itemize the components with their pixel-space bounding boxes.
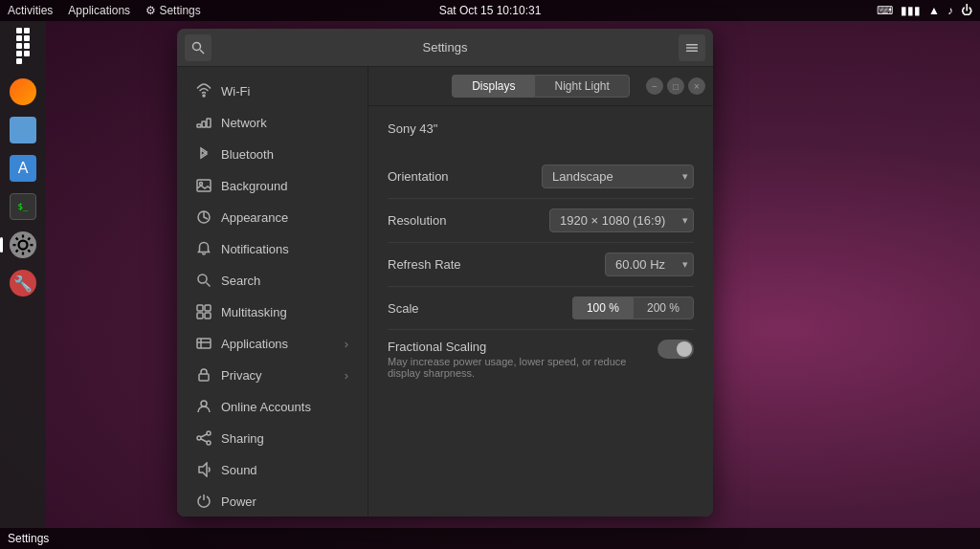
sidebar-label-online-accounts: Online Accounts bbox=[221, 400, 311, 414]
wifi-status-icon: ▲ bbox=[928, 4, 940, 17]
settings-search-button[interactable] bbox=[185, 34, 212, 61]
sidebar-item-bluetooth[interactable]: Bluetooth bbox=[181, 139, 364, 169]
sidebar-label-notifications: Notifications bbox=[221, 242, 289, 256]
battery-icon: ▮▮▮ bbox=[901, 4, 921, 17]
orientation-select-wrapper[interactable]: Landscape Portrait Landscape (Flipped) P… bbox=[542, 165, 694, 188]
displays-content: Sony 43" Orientation Landscape Portrait … bbox=[368, 106, 713, 516]
svg-rect-4 bbox=[686, 47, 698, 49]
applications-menu[interactable]: Applications bbox=[68, 4, 130, 17]
scale-label: Scale bbox=[388, 301, 522, 316]
settings-window-header: Settings bbox=[177, 29, 713, 67]
sidebar-label-sharing: Sharing bbox=[221, 431, 264, 446]
dock-terminal[interactable]: $_ bbox=[6, 189, 40, 224]
orientation-row: Orientation Landscape Portrait Landscape… bbox=[388, 155, 694, 199]
sidebar-label-sound: Sound bbox=[221, 463, 257, 477]
fractional-scaling-title: Fractional Scaling bbox=[388, 340, 642, 354]
sidebar-label-background: Background bbox=[221, 179, 287, 193]
sidebar-item-sharing[interactable]: Sharing bbox=[181, 423, 364, 453]
svg-point-0 bbox=[19, 241, 28, 250]
refresh-rate-select[interactable]: 60.00 Hz 30.00 Hz bbox=[605, 253, 694, 276]
svg-marker-27 bbox=[199, 463, 207, 476]
sidebar-item-applications[interactable]: Applications › bbox=[181, 328, 364, 359]
orientation-select[interactable]: Landscape Portrait Landscape (Flipped) P… bbox=[542, 165, 694, 188]
sidebar-item-sound[interactable]: Sound bbox=[181, 454, 364, 485]
fractional-scaling-toggle-container bbox=[642, 340, 694, 359]
resolution-label: Resolution bbox=[388, 213, 522, 228]
svg-rect-16 bbox=[205, 305, 211, 311]
tab-displays[interactable]: Displays bbox=[452, 75, 534, 98]
scale-row: Scale 100 % 200 % bbox=[388, 287, 694, 330]
svg-line-25 bbox=[201, 434, 207, 437]
svg-line-26 bbox=[201, 439, 207, 442]
application-dock: A $_ 🔧 bbox=[0, 21, 46, 528]
tab-night-light[interactable]: Night Light bbox=[534, 75, 629, 98]
dock-apps-grid-button[interactable] bbox=[6, 29, 40, 63]
sidebar-label-search: Search bbox=[221, 274, 260, 288]
svg-rect-3 bbox=[686, 44, 698, 46]
settings-sidebar: Wi-Fi Network Bluetooth bbox=[177, 67, 368, 516]
sidebar-item-appearance[interactable]: Appearance bbox=[181, 202, 364, 232]
bottom-bar: Settings bbox=[0, 528, 980, 549]
svg-rect-15 bbox=[197, 305, 203, 311]
dock-firefox[interactable] bbox=[6, 75, 40, 109]
scale-value: 100 % 200 % bbox=[522, 296, 694, 319]
dock-text-editor[interactable]: A bbox=[6, 151, 40, 186]
monitor-title: Sony 43" bbox=[388, 121, 694, 136]
svg-point-1 bbox=[193, 42, 201, 50]
sidebar-item-online-accounts[interactable]: Online Accounts bbox=[181, 391, 364, 422]
privacy-chevron: › bbox=[345, 368, 348, 383]
close-button[interactable]: × bbox=[688, 77, 705, 95]
window-controls: − □ × bbox=[646, 77, 705, 95]
svg-point-13 bbox=[198, 274, 207, 283]
scale-buttons: 100 % 200 % bbox=[572, 296, 694, 319]
settings-menu-topbar[interactable]: ⚙ Settings bbox=[145, 4, 201, 17]
applications-chevron: › bbox=[345, 337, 348, 351]
sidebar-item-wifi[interactable]: Wi-Fi bbox=[181, 76, 364, 106]
top-bar: Activities Applications ⚙ Settings Sat O… bbox=[0, 0, 980, 21]
keyboard-icon: ⌨ bbox=[877, 4, 893, 17]
sidebar-label-privacy: Privacy bbox=[221, 368, 262, 383]
datetime-display: Sat Oct 15 10:10:31 bbox=[439, 4, 542, 17]
scale-200-button[interactable]: 200 % bbox=[633, 296, 694, 319]
sidebar-label-applications: Applications bbox=[221, 337, 288, 351]
svg-rect-18 bbox=[205, 313, 211, 318]
sidebar-item-multitasking[interactable]: Multitasking bbox=[181, 296, 364, 327]
maximize-button[interactable]: □ bbox=[667, 77, 684, 95]
svg-line-14 bbox=[207, 283, 211, 287]
dock-files[interactable] bbox=[6, 113, 40, 147]
svg-rect-5 bbox=[686, 50, 698, 52]
dock-settings[interactable] bbox=[6, 228, 40, 262]
svg-point-23 bbox=[197, 436, 201, 440]
sidebar-item-power[interactable]: Power bbox=[181, 486, 364, 516]
displays-tabs-bar: Displays Night Light − □ × bbox=[368, 67, 713, 106]
resolution-select[interactable]: 1920 × 1080 (16:9) 1280 × 720 (16:9) bbox=[549, 209, 694, 232]
sidebar-item-background[interactable]: Background bbox=[181, 170, 364, 201]
sidebar-item-search[interactable]: Search bbox=[181, 265, 364, 296]
fractional-scaling-label: Fractional Scaling May increase power us… bbox=[388, 340, 642, 379]
refresh-rate-value: 60.00 Hz 30.00 Hz bbox=[522, 253, 694, 276]
refresh-rate-select-wrapper[interactable]: 60.00 Hz 30.00 Hz bbox=[605, 253, 694, 276]
settings-body: Wi-Fi Network Bluetooth bbox=[177, 67, 713, 516]
sidebar-label-power: Power bbox=[221, 494, 256, 509]
settings-window-title: Settings bbox=[212, 40, 679, 55]
svg-line-2 bbox=[200, 50, 204, 54]
bottom-bar-label: Settings bbox=[8, 532, 49, 545]
fractional-scaling-toggle[interactable] bbox=[657, 340, 694, 359]
resolution-row: Resolution 1920 × 1080 (16:9) 1280 × 720… bbox=[388, 199, 694, 243]
svg-rect-17 bbox=[197, 313, 203, 318]
refresh-rate-label: Refresh Rate bbox=[388, 257, 522, 272]
volume-icon: ♪ bbox=[947, 4, 953, 17]
settings-menu-button[interactable] bbox=[679, 34, 705, 61]
orientation-label: Orientation bbox=[388, 169, 522, 184]
scale-100-button[interactable]: 100 % bbox=[572, 296, 633, 319]
power-menu-icon[interactable]: ⏻ bbox=[961, 4, 972, 17]
settings-window: Settings Wi-Fi bbox=[177, 29, 713, 516]
dock-software[interactable]: 🔧 bbox=[6, 266, 40, 300]
svg-rect-7 bbox=[197, 124, 201, 127]
minimize-button[interactable]: − bbox=[646, 77, 663, 95]
sidebar-item-notifications[interactable]: Notifications bbox=[181, 233, 364, 264]
activities-button[interactable]: Activities bbox=[8, 4, 53, 17]
sidebar-item-privacy[interactable]: Privacy › bbox=[181, 360, 364, 390]
resolution-select-wrapper[interactable]: 1920 × 1080 (16:9) 1280 × 720 (16:9) bbox=[549, 209, 694, 232]
sidebar-item-network[interactable]: Network bbox=[181, 107, 364, 138]
